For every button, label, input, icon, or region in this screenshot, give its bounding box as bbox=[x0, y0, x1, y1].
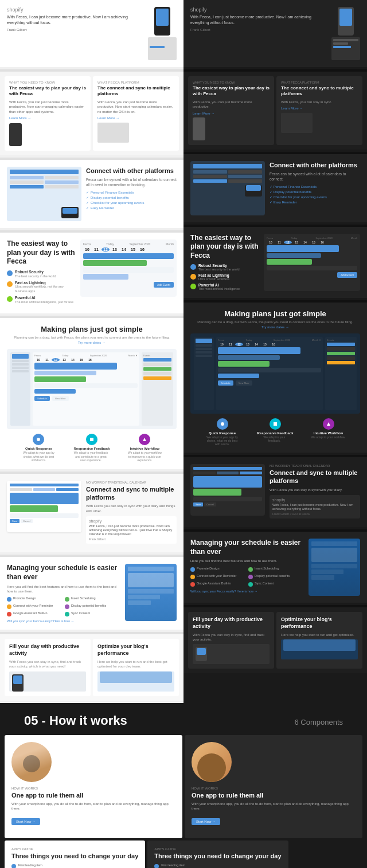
icon-intuitive-workflow: Intuitive Workflow We adapt to your work… bbox=[127, 434, 162, 462]
fill-card-1: Fill your day with productive activity W… bbox=[5, 639, 91, 696]
dark-plans-panel: Making plans just got simple Planning ca… bbox=[184, 303, 367, 453]
fill-card-2: Optimize your blog's performance Here we… bbox=[93, 639, 179, 696]
plans-link[interactable]: Try more dates → bbox=[7, 341, 177, 344]
checklist-2: Display potential benefits bbox=[86, 195, 177, 199]
feature-card-1: WHAT YOU NEED TO KNOW The easiest way to… bbox=[5, 76, 91, 151]
card1-title: One app to rule them all bbox=[11, 791, 175, 799]
mng-text-6: Sync Content bbox=[71, 611, 90, 615]
app-screen-mockup: Fecca Today September 2020 Month ▼ 10 11… bbox=[7, 349, 177, 429]
card2-desc: With your smartphone app, you do all the… bbox=[192, 802, 356, 811]
managing-panel: Managing your schedule is easier than ev… bbox=[0, 557, 184, 630]
cal-header: Fecca Today September 2020 Month bbox=[83, 242, 174, 246]
ai-name: Powerful AI bbox=[15, 296, 73, 300]
svg-rect-4 bbox=[274, 422, 277, 426]
svg-marker-5 bbox=[327, 422, 330, 426]
dark-managing-panel: Managing your schedule is easier than ev… bbox=[184, 532, 367, 603]
features-row: WHAT YOU NEED TO KNOW The easiest way to… bbox=[5, 76, 179, 151]
plans-desc: Planning can be a drag, but with Fecca, … bbox=[7, 335, 177, 340]
mng-dot-6 bbox=[65, 612, 69, 616]
mng-item-4: Display potential benefits bbox=[65, 604, 120, 609]
left-column: shopify With Fecca, I can just become mo… bbox=[0, 0, 184, 703]
card2-title: One app to rule them all bbox=[192, 791, 356, 799]
sync-panel: Save Cancel NO WORRIDY TRADITIONAL CALEN… bbox=[0, 474, 184, 553]
dark-fill-panel: Fill your day with productive activity W… bbox=[184, 607, 367, 673]
bottom-panels-row2: APP'S GUIDE Three things you need to cha… bbox=[0, 840, 367, 869]
easiest-panel: The easiest way to plan your day is with… bbox=[0, 233, 184, 313]
lightning-dot bbox=[7, 281, 13, 287]
card1-desc: With Fecca, you can just become more pro… bbox=[9, 100, 86, 114]
how-it-works-card-1: HOW IT WORKS One app to rule them all Wi… bbox=[5, 735, 182, 838]
cal-mon: 11 bbox=[92, 248, 100, 252]
icon-quick-response: Quick Response We adapt to your app by c… bbox=[21, 434, 56, 462]
managing-content: Managing your schedule is easier than ev… bbox=[7, 564, 177, 623]
sync-label: NO WORRIDY TRADITIONAL CALENDAR bbox=[86, 481, 177, 484]
quick-response-icon bbox=[33, 434, 44, 445]
easiest-title: The easiest way to plan your day is with… bbox=[7, 239, 76, 266]
fill-desc-2: Here we help you start to run and the be… bbox=[97, 659, 174, 669]
feature-ai: Powerful AI The most artificial intellig… bbox=[7, 296, 76, 304]
svg-marker-2 bbox=[143, 438, 146, 441]
mng-dot-3 bbox=[7, 604, 11, 609]
how-it-works-card-4: APP'S GUIDE Three things you need to cha… bbox=[147, 840, 288, 869]
card2-label: HOW IT WORKS bbox=[192, 787, 356, 790]
mng-dot-4 bbox=[65, 604, 69, 609]
mng-text-1: Promote Design bbox=[13, 596, 36, 600]
managing-link[interactable]: Will you sync your Fecca easily? Here is… bbox=[7, 619, 120, 623]
svg-point-3 bbox=[221, 422, 224, 426]
plans-title: Making plans just got simple bbox=[7, 325, 177, 333]
ai-dot bbox=[7, 296, 13, 302]
sync-desc: With Fecca you can stay in sync with you… bbox=[86, 504, 177, 513]
connect-content: Connect with other platforms Fecca can b… bbox=[86, 167, 177, 211]
managing-text-area: Managing your schedule is easier than ev… bbox=[7, 564, 120, 623]
how-it-works-card-2: HOW IT WORKS One app to rule them all Wi… bbox=[185, 735, 362, 838]
mng-text-4: Display potential benefits bbox=[71, 604, 106, 608]
mng-text-3: Connect with your Reminder bbox=[13, 604, 53, 608]
fill-panel: Fill your day with productive activity W… bbox=[0, 634, 184, 700]
bottom-icons: Quick Response We adapt to your app by c… bbox=[7, 434, 177, 462]
feature-lightning: Fast as Lightning Ultra smooth workflow,… bbox=[7, 281, 76, 293]
fill-title-2: Optimize your blog's performance bbox=[97, 643, 174, 657]
card2-cta[interactable]: Start Now → bbox=[192, 818, 220, 825]
svg-rect-1 bbox=[90, 438, 93, 441]
feature-card-2: WHAT FECCA PLATFORM The connect and sync… bbox=[93, 76, 179, 151]
card1-label: HOW IT WORKS bbox=[11, 787, 175, 790]
plans-panel: Making plans just got simple Planning ca… bbox=[0, 318, 184, 469]
testimonial-quote: With Fecca, I can just become more produ… bbox=[7, 14, 143, 26]
fill-img-2 bbox=[97, 671, 174, 692]
cal-days-row: 10 11 12 13 14 15 16 bbox=[83, 248, 174, 252]
card1-learn[interactable]: Learn More → bbox=[9, 116, 86, 120]
card4-title: Three things you need to change your day bbox=[154, 852, 281, 860]
sync-screen-mockup: Save Cancel bbox=[7, 481, 81, 532]
mng-item-2: Insert Scheduling bbox=[65, 596, 120, 602]
mng-item-3: Connect with your Reminder bbox=[7, 604, 63, 609]
card1-title: The easiest way to plan your day is with… bbox=[9, 85, 86, 97]
shopify-logo: shopify bbox=[7, 7, 143, 13]
connect-desc: Fecca can be synced with a lot of calend… bbox=[86, 177, 177, 187]
review-block: shopify With Fecca, I can just become mo… bbox=[86, 516, 177, 544]
card1-cta[interactable]: Start Now → bbox=[11, 818, 40, 825]
phone-small-1 bbox=[9, 123, 22, 146]
card4-label: APP'S GUIDE bbox=[154, 847, 281, 851]
cal-sun: 10 bbox=[83, 248, 91, 252]
feature-robust: Robust Security The best security in the… bbox=[7, 270, 76, 278]
managing-features-grid: Promote Design Insert Scheduling Connect… bbox=[7, 596, 120, 616]
bottom-panels-row1: HOW IT WORKS One app to rule them all Wi… bbox=[0, 735, 367, 840]
review-author: Frank Gilbert bbox=[89, 537, 174, 541]
dark-connect-panel: Connect with other platforms Fecca can b… bbox=[184, 154, 367, 222]
mng-dot-1 bbox=[7, 597, 11, 602]
cal-tue: 12 bbox=[101, 248, 110, 252]
dark-easiest-panel: The easiest way to plan your day is with… bbox=[184, 227, 367, 298]
testimonial-author: Frank Gilbert bbox=[7, 28, 143, 32]
mng-item-6: Sync Content bbox=[65, 611, 120, 616]
card2-desc: With Fecca, you can just become more pro… bbox=[97, 100, 174, 114]
person-avatar-1 bbox=[11, 742, 52, 782]
responsive-feedback-icon bbox=[86, 434, 97, 445]
checklist-1: Personal Finance Essentials bbox=[86, 190, 177, 194]
robust-desc: The best security in the world bbox=[15, 274, 56, 278]
lightning-name: Fast as Lightning bbox=[15, 281, 76, 285]
sync-content: NO WORRIDY TRADITIONAL CALENDAR Connect … bbox=[86, 481, 177, 546]
how-it-works-card-3: APP'S GUIDE Three things you need to cha… bbox=[5, 840, 145, 869]
card2-learn[interactable]: Learn More → bbox=[97, 116, 174, 120]
svg-point-0 bbox=[37, 438, 40, 441]
section-count: 6 Components bbox=[294, 718, 343, 726]
